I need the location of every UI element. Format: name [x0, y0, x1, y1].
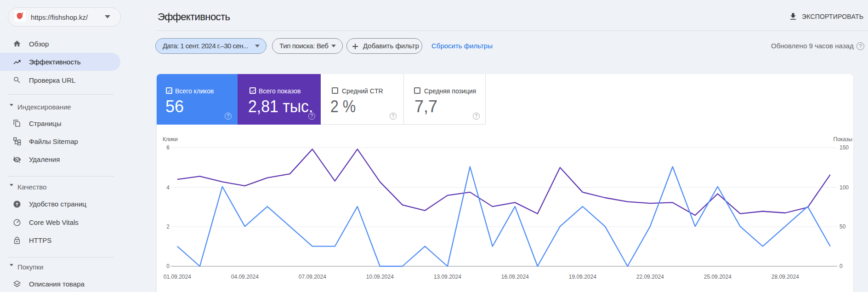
svg-text:50: 50: [840, 223, 846, 230]
svg-text:01.09.2024: 01.09.2024: [164, 274, 191, 280]
svg-text:04.09.2024: 04.09.2024: [231, 274, 259, 280]
svg-text:19.09.2024: 19.09.2024: [569, 274, 596, 280]
svg-text:100: 100: [840, 184, 849, 191]
svg-text:13.09.2024: 13.09.2024: [434, 274, 461, 280]
svg-text:16.09.2024: 16.09.2024: [501, 274, 529, 280]
svg-text:2: 2: [166, 223, 170, 230]
svg-text:4: 4: [166, 184, 170, 191]
svg-text:25.09.2024: 25.09.2024: [704, 274, 732, 280]
svg-text:07.09.2024: 07.09.2024: [299, 274, 326, 280]
svg-text:6: 6: [166, 144, 170, 151]
svg-text:0: 0: [166, 263, 170, 269]
svg-text:Клики: Клики: [163, 136, 178, 143]
svg-text:22.09.2024: 22.09.2024: [636, 274, 664, 280]
svg-text:0: 0: [840, 263, 843, 269]
svg-text:Показы: Показы: [834, 136, 852, 143]
svg-text:10.09.2024: 10.09.2024: [366, 274, 394, 280]
svg-text:28.09.2024: 28.09.2024: [772, 274, 799, 280]
svg-text:150: 150: [840, 144, 849, 151]
